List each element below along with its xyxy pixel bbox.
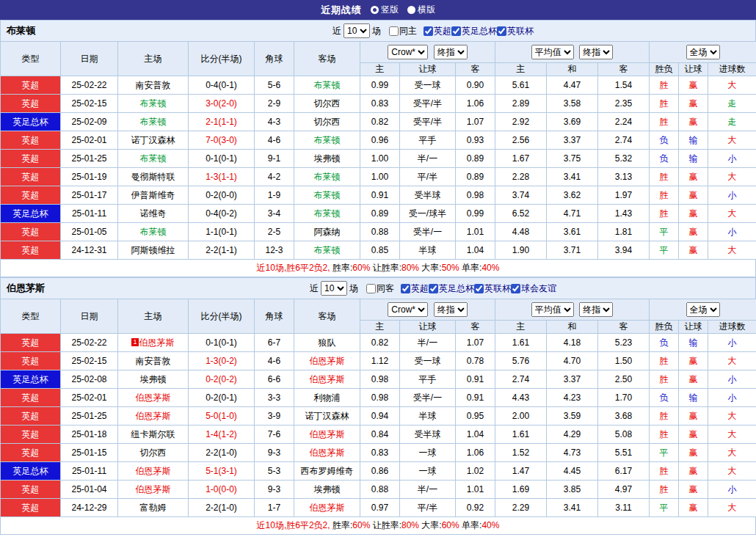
handicap-result-cell: 输 (679, 150, 708, 168)
result-cell: 负 (650, 334, 679, 352)
league-label: 英足总杯 (462, 25, 497, 37)
goals-result-cell: 大 (708, 407, 756, 425)
sub-header-handicap: 让球 (400, 63, 456, 76)
team-panel-header: 伯恩茅斯 近 10 场 同客 英超英足总杯英联杯球会友谊 (0, 277, 756, 299)
date-cell: 25-01-05 (61, 223, 118, 241)
handicap-result-cell: 赢 (679, 205, 708, 223)
final-index-select-1[interactable]: 终指 (434, 45, 468, 59)
avg-away-odds-cell: 3.68 (598, 407, 650, 425)
date-cell: 25-02-08 (61, 370, 118, 389)
match-type-cell: 英超 (1, 150, 61, 168)
avg-draw-odds-cell: 3.69 (547, 113, 598, 131)
same-venue-label: 同客 (377, 282, 394, 295)
handicap-cell: 受一/球半 (400, 205, 456, 223)
league-checkbox[interactable] (401, 284, 410, 293)
handicap-home-odds-cell: 1.12 (360, 352, 400, 370)
near-label: 近 (332, 25, 341, 37)
goals-result-cell: 小 (708, 481, 756, 499)
handicap-home-odds-cell: 0.98 (360, 370, 400, 389)
final-index-select-2[interactable]: 终指 (579, 302, 613, 317)
odds-company-select[interactable]: Crow* (388, 45, 428, 59)
match-type-cell: 英超 (1, 352, 61, 370)
league-filter[interactable]: 英足总杯 (451, 25, 497, 37)
league-checkbox[interactable] (451, 26, 461, 36)
match-type-cell: 英超 (1, 499, 61, 517)
team-name: 布莱顿 (1, 24, 111, 37)
league-filter[interactable]: 英联杯 (474, 282, 511, 295)
date-cell: 25-01-17 (61, 186, 118, 205)
league-filter[interactable]: 英足总杯 (429, 282, 474, 295)
goals-result-cell: 大 (708, 462, 756, 481)
league-checkbox[interactable] (429, 284, 438, 293)
avg-away-odds-cell: 6.17 (598, 462, 650, 481)
corner-cell: 2-5 (255, 223, 294, 241)
home-team-cell: 伯恩茅斯 (118, 389, 189, 407)
result-cell: 胜 (650, 425, 679, 444)
team-name: 伯恩茅斯 (1, 282, 111, 295)
score-cell: 1-4(1-2) (189, 425, 255, 444)
handicap-result-cell: 赢 (679, 95, 708, 113)
avg-away-odds-cell: 4.97 (598, 481, 650, 499)
league-checkbox[interactable] (424, 26, 433, 36)
away-team-cell: 阿森纳 (294, 223, 360, 241)
average-odds-select[interactable]: 平均值 (531, 302, 574, 317)
date-cell: 25-02-22 (61, 76, 118, 95)
scope-select[interactable]: 全场 (686, 45, 720, 59)
results-table: 类型 日期 主场 比分(半场) 角球 客场 Crow* 终指 平均值 终指 全场 (0, 41, 756, 260)
odds-company-select[interactable]: Crow* (388, 302, 428, 317)
corner-cell: 6-7 (255, 334, 294, 352)
league-filter[interactable]: 英联杯 (497, 25, 534, 37)
handicap-home-odds-cell: 0.99 (360, 76, 400, 95)
layout-radio-horizontal[interactable]: 横版 (407, 4, 435, 16)
league-checkbox[interactable] (511, 284, 520, 293)
league-checkbox[interactable] (474, 284, 484, 293)
score-cell: 1-3(1-1) (189, 168, 255, 186)
avg-draw-odds-cell: 3.71 (547, 241, 598, 260)
team-panel-header: 布莱顿 近 10 场 同主 英超英足总杯英联杯 (0, 20, 756, 41)
avg-home-odds-cell: 5.61 (495, 76, 547, 95)
away-team-cell: 切尔西 (294, 113, 360, 131)
home-team-cell: 埃弗顿 (118, 370, 189, 389)
result-cell: 平 (650, 499, 679, 517)
date-cell: 25-01-19 (61, 168, 118, 186)
col-header-score: 比分(半场) (189, 42, 255, 76)
handicap-away-odds-cell: 1.01 (456, 223, 495, 241)
match-count-select[interactable]: 10 (344, 23, 370, 38)
league-filter[interactable]: 英超 (424, 25, 451, 37)
score-cell: 5-1(3-1) (189, 462, 255, 481)
match-count-select[interactable]: 10 (321, 281, 347, 296)
corner-cell: 1-7 (255, 499, 294, 517)
handicap-home-odds-cell: 0.85 (360, 241, 400, 260)
scope-group-header: 全场 (650, 42, 756, 63)
handicap-away-odds-cell: 0.78 (456, 352, 495, 370)
layout-radio-vertical[interactable]: 竖版 (371, 4, 399, 16)
result-cell: 平 (650, 444, 679, 462)
sub-header-hcp-result: 让球 (679, 63, 708, 76)
same-venue-checkbox[interactable] (366, 284, 376, 293)
home-team-cell: 曼彻斯特联 (118, 168, 189, 186)
col-header-away: 客场 (294, 42, 360, 76)
scope-select[interactable]: 全场 (686, 302, 720, 317)
table-row: 英足总杯 25-01-11 诺维奇 0-4(0-2) 3-4 布莱顿 0.89 … (1, 205, 756, 223)
same-venue-checkbox[interactable] (389, 26, 399, 36)
summary-segment: 60% (352, 263, 372, 273)
handicap-away-odds-cell: 0.93 (456, 131, 495, 150)
table-row: 英超 25-02-22 1伯恩茅斯 0-1(0-1) 6-7 狼队 0.82 半… (1, 334, 756, 352)
average-odds-select[interactable]: 平均值 (531, 45, 574, 59)
handicap-home-odds-cell: 0.88 (360, 481, 400, 499)
matches-label: 场 (349, 282, 358, 295)
final-index-select-1[interactable]: 终指 (434, 302, 468, 317)
league-checkbox[interactable] (497, 26, 506, 36)
league-label: 英超 (411, 282, 429, 295)
sub-header-avg-draw: 和 (547, 63, 598, 76)
sub-header-home-odds: 主 (360, 63, 400, 76)
league-filter[interactable]: 球会友谊 (511, 282, 556, 295)
league-filter[interactable]: 英超 (401, 282, 429, 295)
goals-result-cell: 大 (708, 205, 756, 223)
avg-away-odds-cell: 3.13 (598, 168, 650, 186)
same-venue-filter[interactable]: 同客 (366, 282, 394, 295)
handicap-result-cell: 赢 (679, 113, 708, 131)
goals-result-cell: 大 (708, 76, 756, 95)
same-venue-filter[interactable]: 同主 (389, 25, 417, 37)
final-index-select-2[interactable]: 终指 (579, 45, 613, 59)
